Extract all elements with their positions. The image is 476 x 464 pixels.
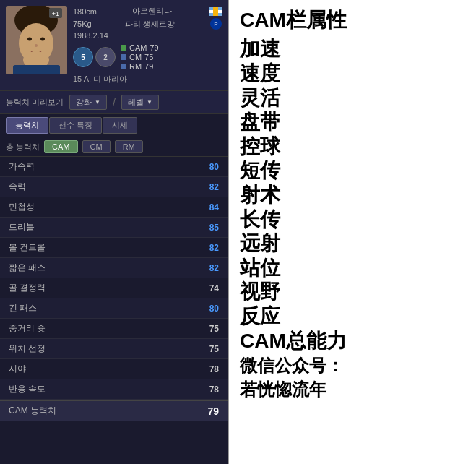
stat-row-gasoklryok: 가속력 80	[0, 157, 228, 177]
right-item-4: 控球	[240, 134, 465, 159]
stat-row-mincheobseong: 민첩성 84	[0, 197, 228, 218]
tab-stats[interactable]: 능력치	[6, 117, 48, 134]
stat-name-reaction: 반응 속도	[9, 383, 46, 395]
stat-row-soklryok: 속력 82	[0, 177, 228, 197]
player-info-right: 180cm 아르헨티나 75Kg 파리 생제르망 P 1988.2.14 5 2…	[73, 6, 222, 85]
stat-value-wichi-seoncheong: 75	[197, 344, 219, 354]
total-label: 총 능력치	[6, 142, 40, 152]
stat-value-bol-control: 82	[197, 243, 219, 253]
stat-name-sia: 시야	[9, 363, 26, 375]
divider: /	[113, 97, 116, 108]
pos-cam-value: 79	[150, 43, 158, 52]
stat-row-reaction: 반응 속도 78	[0, 379, 228, 400]
pos-dot-cm	[121, 54, 126, 60]
svg-point-5	[35, 44, 38, 47]
stat-name-goal: 골 결정력	[9, 282, 46, 294]
tab-market[interactable]: 시세	[103, 117, 137, 134]
stat-row-deuribeul: 드리블 85	[0, 218, 228, 238]
controls-row: 능력치 미리보기 강화 / 레벨	[0, 91, 228, 114]
stat-row-gin-paeseu: 긴 패스 80	[0, 298, 228, 319]
right-footer-line2: 若恍惚流年	[240, 378, 465, 400]
right-item-11: 反应	[240, 304, 465, 329]
pos-btn-cm[interactable]: CM	[82, 140, 111, 153]
player-header: +1 180cm 아르헨티나 75Kg 파리 생제르망 P 1988.2.14 …	[0, 0, 228, 91]
stat-row-goal: 골 결정력 74	[0, 278, 228, 298]
nationality-text: 아르헨티나	[132, 6, 172, 17]
pos-dot-rm	[121, 64, 126, 69]
player-photo: +1	[6, 6, 67, 74]
right-item-7: 长传	[240, 207, 465, 232]
stat-name-junggeori-syut: 중거리 슛	[9, 322, 46, 335]
pos-dot-cam	[121, 45, 126, 51]
stat-name-deuribeul: 드리블	[9, 221, 35, 233]
right-content: CAM栏属性 加速 速度 灵活 盘带 控球 短传 射术 长传 远射 站位 视野 …	[240, 7, 465, 400]
pos-cam-label: CAM	[129, 43, 147, 52]
weight-club-row: 75Kg 파리 생제르망 P	[73, 18, 222, 30]
stat-name-bol-control: 볼 컨트롤	[9, 241, 46, 254]
stat-name-gasoklryok: 가속력	[9, 160, 35, 173]
player-name: A. 디 마리아	[84, 74, 128, 83]
tab-traits[interactable]: 선수 특징	[49, 117, 102, 134]
right-item-5: 短传	[240, 158, 465, 183]
stat-name-soklryok: 속력	[9, 181, 26, 193]
pos-cam-row: CAM 79	[121, 43, 159, 52]
birthdate-row: 1988.2.14	[73, 31, 222, 40]
badge-5: 5	[73, 47, 93, 67]
right-item-8: 远射	[240, 231, 465, 256]
weight-text: 75Kg	[73, 20, 92, 28]
stat-row-bol-control: 볼 컨트롤 82	[0, 238, 228, 258]
right-item-1: 速度	[240, 61, 465, 86]
stats-list: 가속력 80 속력 82 민첩성 84 드리블 85 볼 컨트롤 82 짧은 패…	[0, 157, 228, 464]
svg-rect-7	[13, 65, 60, 74]
pos-btn-rm[interactable]: RM	[115, 140, 143, 153]
pos-rm-row: RM 79	[121, 62, 159, 71]
position-badges: 5 2 CAM 79 CM 75 RM	[73, 43, 222, 71]
level-dropdown[interactable]: 레벨	[121, 95, 159, 110]
birthdate-text: 1988.2.14	[73, 31, 108, 40]
stat-row-wichi-seoncheong: 위치 선정 75	[0, 339, 228, 359]
club-text: 파리 생제르망	[125, 19, 175, 30]
right-item-3: 盘带	[240, 110, 465, 134]
stat-row-junggeori-syut: 중거리 슛 75	[0, 319, 228, 339]
argentina-flag	[209, 7, 222, 16]
stat-name-gin-paeseu: 긴 패스	[9, 302, 37, 314]
stat-row-jjalbeun-paeseu: 짧은 패스 82	[0, 258, 228, 278]
stat-row-sia: 시야 78	[0, 359, 228, 379]
height-text: 180cm	[73, 7, 97, 16]
height-nationality-row: 180cm 아르헨티나	[73, 6, 222, 17]
pos-cm-label: CM	[129, 53, 142, 61]
stat-value-junggeori-syut: 75	[197, 324, 219, 334]
player-name-row: 15 A. 디 마리아	[73, 74, 222, 85]
stat-value-jjalbeun-paeseu: 82	[197, 263, 219, 273]
pos-rm-value: 79	[144, 62, 153, 71]
preview-label: 능력치 미리보기	[6, 97, 64, 108]
club-badge: P	[210, 18, 222, 30]
badge-2: 2	[95, 47, 116, 67]
stat-name-wichi-seoncheong: 위치 선정	[9, 343, 46, 355]
stat-row-total: CAM 능력치 79	[0, 400, 228, 421]
pos-cm-row: CM 75	[121, 53, 159, 61]
pos-cm-value: 75	[144, 53, 153, 61]
stat-value-sia: 78	[197, 364, 219, 374]
right-item-9: 站位	[240, 256, 465, 280]
stat-value-gin-paeseu: 80	[197, 304, 219, 314]
stat-value-total: 79	[197, 405, 219, 417]
position-labels: CAM 79 CM 75 RM 79	[121, 43, 159, 71]
right-item-12: CAM总能力	[240, 329, 465, 353]
pos-btn-cam[interactable]: CAM	[44, 140, 77, 153]
right-panel: CAM栏属性 加速 速度 灵活 盘带 控球 短传 射术 长传 远射 站位 视野 …	[228, 0, 476, 464]
svg-text:+1: +1	[52, 10, 59, 17]
pos-rm-label: RM	[129, 62, 142, 71]
svg-point-3	[27, 38, 32, 41]
stat-value-mincheobseong: 84	[197, 202, 219, 212]
stat-name-total: CAM 능력치	[9, 405, 56, 417]
right-footer-line1: 微信公众号：	[240, 354, 465, 377]
stat-name-mincheobseong: 민첩성	[9, 201, 35, 213]
right-title: CAM栏属性	[240, 7, 465, 33]
stat-name-jjalbeun-paeseu: 짧은 패스	[9, 262, 46, 274]
stat-value-gasoklryok: 80	[197, 162, 219, 172]
enhance-dropdown[interactable]: 강화	[69, 95, 107, 110]
left-panel: +1 180cm 아르헨티나 75Kg 파리 생제르망 P 1988.2.14 …	[0, 0, 228, 464]
svg-point-4	[40, 38, 45, 41]
player-number: 15	[73, 74, 82, 83]
